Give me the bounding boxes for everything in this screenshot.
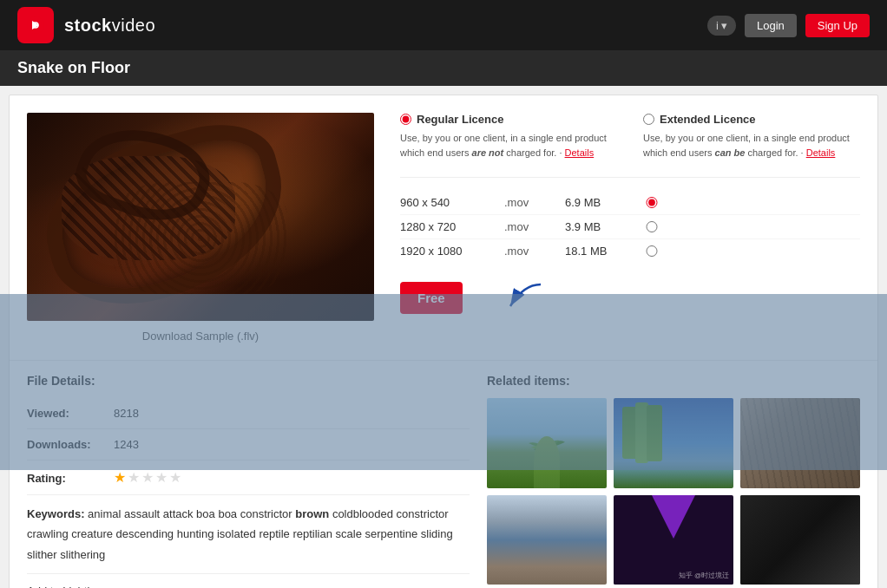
file-ext-0: .mov <box>504 196 548 209</box>
add-to-lightbox-link[interactable]: Add to Lightbox <box>27 585 105 588</box>
header-left: stockvideo <box>17 7 155 43</box>
star-3: ★ <box>141 469 154 486</box>
file-resolution-1: 1280 x 720 <box>400 220 487 233</box>
file-size-1: 3.9 MB <box>565 220 626 233</box>
related-item-3[interactable] <box>487 495 607 585</box>
main-content: Download Sample (.flv) Regular Licence U… <box>9 95 878 588</box>
file-ext-1: .mov <box>504 220 548 233</box>
file-row-2: 1920 x 1080 .mov 18.1 MB <box>400 239 860 263</box>
rating-stars: ★ ★ ★ ★ ★ <box>114 469 181 486</box>
related-item-4[interactable]: 知乎 @时过境迁 <box>614 495 733 585</box>
extended-details-link[interactable]: Details <box>806 147 836 158</box>
info-button[interactable]: i ▾ <box>707 16 736 36</box>
file-radio-1[interactable] <box>643 221 660 232</box>
extended-licence: Extended Licence Use, by you or one clie… <box>643 113 860 160</box>
star-2: ★ <box>128 469 140 486</box>
file-size-0: 6.9 MB <box>565 196 626 209</box>
license-options: Regular Licence Use, by you or one clien… <box>400 113 860 160</box>
regular-licence-radio[interactable] <box>400 114 411 125</box>
logo-icon <box>17 7 54 43</box>
logo-text: stockvideo <box>64 16 155 36</box>
file-resolution-2: 1920 x 1080 <box>400 245 487 258</box>
file-options: 960 x 540 .mov 6.9 MB 1280 x 720 .mov 3.… <box>400 177 860 263</box>
login-button[interactable]: Login <box>745 14 797 37</box>
star-5: ★ <box>169 469 181 486</box>
signup-button[interactable]: Sign Up <box>805 14 870 37</box>
file-resolution-0: 960 x 540 <box>400 196 487 209</box>
file-row-0: 960 x 540 .mov 6.9 MB <box>400 191 860 215</box>
related-item-5[interactable] <box>740 495 860 585</box>
extended-licence-label[interactable]: Extended Licence <box>643 113 860 126</box>
main-video-preview[interactable] <box>27 113 374 321</box>
regular-licence-desc: Use, by you or one client, in a single e… <box>400 131 617 160</box>
file-size-2: 18.1 MB <box>565 245 626 258</box>
title-bar: Snake on Floor <box>0 50 887 86</box>
page-title: Snake on Floor <box>17 59 870 77</box>
regular-details-link[interactable]: Details <box>565 147 595 158</box>
keywords-label: Keywords: <box>27 507 84 520</box>
header: stockvideo i ▾ Login Sign Up <box>0 0 887 50</box>
related-section: Related items: <box>487 374 860 588</box>
details-section: File Details: Viewed: 8218 Downloads: 12… <box>10 361 877 588</box>
keywords-text: animal assault attack boa boa constricto… <box>27 507 453 561</box>
header-right: i ▾ Login Sign Up <box>707 14 870 37</box>
rating-label: Rating: <box>27 472 114 485</box>
keywords-row: Keywords: animal assault attack boa boa … <box>27 495 470 574</box>
star-1: ★ <box>114 469 126 486</box>
star-4: ★ <box>155 469 168 486</box>
related-grid: 知乎 @时过境迁 <box>487 398 860 585</box>
regular-licence: Regular Licence Use, by you or one clien… <box>400 113 617 160</box>
regular-licence-label[interactable]: Regular Licence <box>400 113 617 126</box>
extended-licence-desc: Use, by you or one client, in a single e… <box>643 131 860 160</box>
file-ext-2: .mov <box>504 245 548 258</box>
file-radio-0[interactable] <box>643 197 660 208</box>
extended-licence-radio[interactable] <box>643 114 654 125</box>
lightbox-row: Add to Lightbox <box>27 574 470 588</box>
file-row-1: 1280 x 720 .mov 3.9 MB <box>400 215 860 239</box>
file-radio-2[interactable] <box>643 245 660 257</box>
